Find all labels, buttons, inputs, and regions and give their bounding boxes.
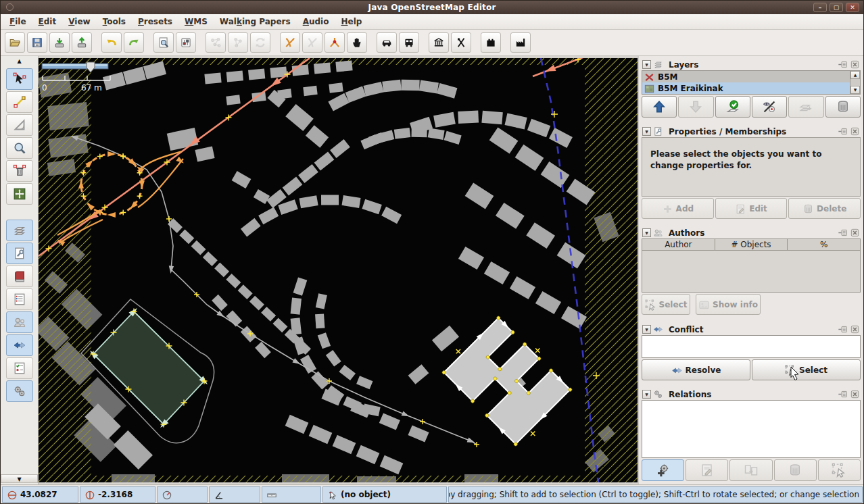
column-author[interactable]: Author <box>642 239 715 250</box>
latitude-field: 43.0827 <box>2 486 78 503</box>
layer-list: B5MB5M Eraikinak ▲ ▼ <box>642 70 861 95</box>
window-title: Java OpenStreetMap Editor <box>368 3 496 12</box>
toolbar-preferences-button[interactable] <box>176 32 196 53</box>
toolbar-combine-ways-button[interactable] <box>280 32 300 53</box>
close-icon[interactable] <box>850 324 860 334</box>
sticky-icon[interactable] <box>838 59 848 70</box>
toolbar-gps-download-button <box>206 32 226 53</box>
tool-layers-button[interactable] <box>6 220 33 241</box>
minimize-button[interactable]: – <box>813 3 827 12</box>
tool-validator-button[interactable] <box>6 357 33 379</box>
toolbar-unglue-node-button[interactable] <box>325 32 345 53</box>
sticky-icon[interactable] <box>838 389 848 399</box>
maximize-button[interactable]: ▢ <box>830 3 843 12</box>
main-toolbar <box>1 30 863 56</box>
resolve-button[interactable]: Resolve <box>642 359 750 380</box>
toolbar-pan-hand-button[interactable] <box>347 32 367 53</box>
relation-editdoc-button <box>686 459 728 481</box>
tool-imagery-button[interactable] <box>6 183 33 205</box>
sticky-icon[interactable] <box>838 126 848 136</box>
toolbar-save-button[interactable] <box>27 32 47 53</box>
menu-walking-papers[interactable]: Walking Papers <box>214 17 297 26</box>
toolbar-upload-data-button[interactable] <box>72 32 92 53</box>
map-view[interactable]: 067 m <box>39 56 638 484</box>
layer-down-button <box>678 96 713 118</box>
layer-merge-button <box>788 96 823 118</box>
collapse-icon[interactable]: ▼ <box>642 60 651 69</box>
layer-row[interactable]: B5M Eraikinak <box>642 82 850 94</box>
wms-layer-icon <box>644 84 654 93</box>
collapse-icon[interactable]: ▼ <box>642 325 651 334</box>
help-text: cts by dragging; Shift to add to selecti… <box>448 486 863 503</box>
tool-authors-button[interactable] <box>6 311 33 333</box>
object-field: (no object) <box>322 486 447 503</box>
panel-title: Relations <box>669 390 711 399</box>
panel-title: Layers <box>669 60 698 70</box>
toolbar-redo-button[interactable] <box>124 32 144 53</box>
menu-view[interactable]: View <box>62 17 96 26</box>
toolbar-restaurant-button[interactable] <box>451 32 471 53</box>
toolbar-museum-button[interactable] <box>429 32 449 53</box>
toolbar-car-button[interactable] <box>377 32 397 53</box>
close-icon[interactable] <box>850 126 860 136</box>
tool-zoomtool-button[interactable] <box>6 137 33 159</box>
scroll-down-button[interactable]: ▼ <box>850 86 860 94</box>
properties-panel: ▼ Properties / Memberships Please select… <box>642 126 861 219</box>
tool-draw-node-button[interactable] <box>6 91 33 113</box>
conflict-list[interactable] <box>642 335 861 358</box>
menu-file[interactable]: File <box>3 17 32 26</box>
column-objects[interactable]: # Objects <box>715 239 788 250</box>
menu-audio[interactable]: Audio <box>297 17 335 26</box>
rail-scroll-up[interactable]: ▲ <box>1 57 38 66</box>
tool-props-button[interactable] <box>6 243 33 264</box>
layer-row[interactable]: B5M <box>642 71 850 82</box>
tool-book-button[interactable] <box>6 266 33 287</box>
menu-edit[interactable]: Edit <box>32 17 63 26</box>
tool-select-tool-button[interactable] <box>6 68 33 90</box>
menu-tools[interactable]: Tools <box>97 17 132 26</box>
toolbar-download-data-button[interactable] <box>49 32 70 53</box>
relations-list[interactable] <box>642 400 861 458</box>
rail-scroll-down[interactable]: ▼ <box>1 474 38 483</box>
scroll-up-button[interactable]: ▲ <box>850 71 860 79</box>
toolbar-search-button[interactable] <box>153 32 174 53</box>
menu-presets[interactable]: Presets <box>132 17 178 26</box>
panel-title: Authors <box>669 228 704 238</box>
column-percent[interactable]: % <box>788 239 860 250</box>
sticky-icon[interactable] <box>838 324 848 334</box>
trash-button[interactable] <box>825 96 861 118</box>
toolbar-undo-button[interactable] <box>101 32 122 53</box>
menu-help[interactable]: Help <box>335 17 368 26</box>
tool-conflict-button[interactable] <box>6 334 33 356</box>
relation-addrel-button[interactable] <box>642 459 684 481</box>
resolve-icon <box>671 365 681 375</box>
select-conflict-button[interactable]: Select <box>752 359 861 380</box>
toolbar-split-way-button <box>302 32 322 53</box>
tool-delete-tool-button[interactable] <box>6 160 33 182</box>
close-icon[interactable] <box>850 228 860 238</box>
close-icon[interactable] <box>850 59 860 70</box>
collapse-icon[interactable]: ▼ <box>642 228 651 237</box>
collapse-icon[interactable]: ▼ <box>642 390 651 399</box>
tool-cmdlist-button[interactable] <box>6 288 33 310</box>
layer-eye-button[interactable] <box>752 96 787 118</box>
tool-measure-button[interactable] <box>6 114 33 136</box>
svg-text:67 m: 67 m <box>81 83 102 93</box>
edit-toolbar: ▲ ▼ <box>1 56 39 484</box>
close-button[interactable]: ✕ <box>846 3 859 12</box>
sticky-icon[interactable] <box>838 228 848 238</box>
panel-title: Properties / Memberships <box>669 127 786 136</box>
layer-up-button[interactable] <box>642 96 677 118</box>
collapse-icon[interactable]: ▼ <box>642 127 651 136</box>
toolbar-open-file-button[interactable] <box>5 32 25 53</box>
toolbar-factory-button[interactable] <box>510 32 531 53</box>
menu-wms[interactable]: WMS <box>178 17 214 26</box>
toolbar-bus-button[interactable] <box>399 32 419 53</box>
scrollbar-track[interactable] <box>850 79 860 86</box>
edit-button: Edit <box>715 198 788 219</box>
toolbar-castle-button[interactable] <box>481 32 501 53</box>
tool-relations-button[interactable] <box>6 380 33 402</box>
layer-check-button[interactable] <box>715 96 750 118</box>
close-icon[interactable] <box>850 389 860 399</box>
toolbar-gps-upload-button <box>228 32 248 53</box>
